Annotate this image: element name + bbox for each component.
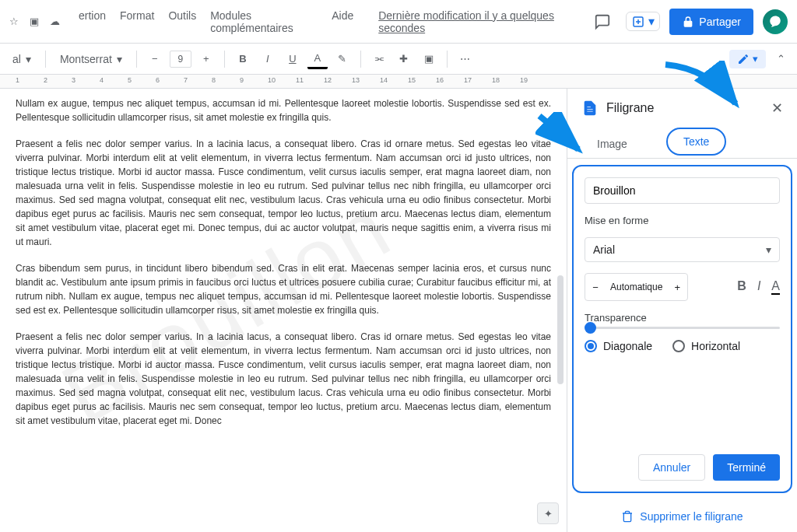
last-edit-link[interactable]: Dernière modification il y a quelques se…	[378, 9, 588, 34]
avatar[interactable]	[763, 9, 788, 34]
share-button[interactable]: Partager	[669, 9, 753, 35]
delete-label: Supprimer le filigrane	[640, 510, 743, 523]
size-value[interactable]: Automatique	[606, 282, 667, 292]
caret-down-icon: ▾	[117, 53, 122, 65]
paragraph[interactable]: Cras bibendum sem purus, in tincidunt li…	[16, 261, 551, 317]
font-family-select[interactable]: Arial ▾	[585, 237, 780, 262]
bold-button[interactable]: B	[233, 49, 253, 69]
image-button[interactable]: ▣	[419, 49, 439, 69]
caret-down-icon: ▾	[753, 53, 758, 65]
size-row: − Automatique + B I A	[585, 273, 780, 301]
underline-button[interactable]: U	[283, 49, 303, 69]
delete-watermark-link[interactable]: Supprimer le filigrane	[567, 501, 797, 532]
page-content[interactable]: Nullam ex augue, tempus nec aliquet temp…	[16, 89, 551, 448]
separator	[360, 51, 361, 68]
ruler-tick: 8	[212, 76, 216, 84]
tab-texte[interactable]: Texte	[666, 128, 726, 156]
watermark-text-input[interactable]	[585, 177, 780, 204]
move-icon[interactable]: ▣	[30, 16, 39, 27]
toolbar: al▾ Montserrat▾ − 9 + B I U A ✎ ⫘ ✚ ▣ ⋯ …	[0, 44, 797, 75]
edit-mode-button[interactable]: ▾	[729, 50, 766, 68]
diag-label: Diagonale	[603, 340, 652, 352]
sidebar-header: Filigrane ✕	[567, 89, 797, 128]
menu-format[interactable]: Format	[120, 9, 154, 34]
caret-down-icon: ▾	[648, 14, 655, 29]
toolbar-right: ▾ ⌃	[729, 49, 791, 69]
text-color-button[interactable]: A	[307, 49, 328, 69]
present-button[interactable]: ▾	[626, 12, 660, 31]
link-button[interactable]: ⫘	[369, 49, 389, 69]
tab-image[interactable]: Image	[581, 128, 643, 158]
italic-icon[interactable]: I	[757, 279, 760, 295]
size-decrease-button[interactable]: −	[585, 274, 606, 300]
ruler-tick: 17	[464, 76, 472, 84]
style-select[interactable]: al▾	[6, 50, 37, 68]
scrollbar-thumb[interactable]	[557, 275, 564, 384]
separator	[447, 51, 448, 68]
close-icon[interactable]: ✕	[771, 100, 783, 117]
document-icon	[581, 100, 599, 117]
trash-icon	[621, 510, 634, 523]
cloud-icon[interactable]: ☁	[50, 16, 60, 27]
slider-thumb[interactable]	[585, 322, 596, 334]
menu-insertion[interactable]: ertion	[79, 9, 106, 34]
button-row: Annuler Terminé	[585, 439, 780, 481]
ruler-tick: 4	[100, 76, 104, 84]
star-icon[interactable]: ☆	[9, 16, 19, 27]
radio-horizontal[interactable]: Horizontal	[672, 340, 740, 352]
ruler[interactable]: 12345678910111213141516171819	[0, 75, 797, 89]
size-increase-button[interactable]: +	[667, 274, 687, 300]
increase-font-button[interactable]: +	[196, 49, 216, 69]
font-select[interactable]: Montserrat▾	[54, 50, 128, 68]
radio-icon	[672, 340, 685, 352]
ruler-tick: 15	[408, 76, 416, 84]
ruler-tick: 10	[268, 76, 276, 84]
decrease-font-button[interactable]: −	[145, 49, 165, 69]
size-stepper: − Automatique +	[585, 273, 688, 301]
share-label: Partager	[699, 16, 741, 28]
transparency-label: Transparence	[585, 312, 780, 324]
menu-tools[interactable]: Outils	[168, 9, 196, 34]
sidebar-title: Filigrane	[606, 101, 654, 115]
menu-addons[interactable]: Modules complémentaires	[210, 9, 318, 34]
comment-button[interactable]: ✚	[394, 49, 414, 69]
more-button[interactable]: ⋯	[455, 49, 476, 69]
ruler-tick: 18	[492, 76, 500, 84]
sidebar-panel: Mise en forme Arial ▾ − Automatique + B …	[572, 165, 792, 493]
ruler-tick: 13	[352, 76, 360, 84]
scrollbar[interactable]	[557, 89, 565, 532]
topbar-left: ☆ ▣ ☁ ertion Format Outils Modules compl…	[9, 9, 588, 34]
highlight-button[interactable]: ✎	[332, 49, 353, 69]
done-button[interactable]: Terminé	[713, 454, 780, 481]
ruler-tick: 1	[16, 76, 19, 84]
document-area[interactable]: Brouillon Nullam ex augue, tempus nec al…	[0, 89, 567, 532]
format-section-label: Mise en forme	[585, 215, 780, 226]
paragraph[interactable]: Nullam ex augue, tempus nec aliquet temp…	[16, 96, 551, 124]
cancel-button[interactable]: Annuler	[638, 454, 705, 481]
topbar: ☆ ▣ ☁ ertion Format Outils Modules compl…	[0, 0, 797, 44]
ruler-tick: 16	[436, 76, 444, 84]
transparency-slider[interactable]	[585, 327, 780, 329]
horiz-label: Horizontal	[691, 340, 740, 352]
sidebar-toggle-button[interactable]: ⌃	[771, 49, 791, 69]
filigrane-sidebar: Filigrane ✕ Image Texte Mise en forme Ar…	[567, 89, 797, 532]
comment-history-icon[interactable]	[588, 8, 616, 36]
paragraph[interactable]: Praesent a felis nec dolor semper varius…	[16, 330, 551, 428]
text-color-icon[interactable]: A	[771, 279, 780, 295]
ruler-tick: 19	[520, 76, 528, 84]
bold-icon[interactable]: B	[737, 279, 746, 295]
radio-icon	[585, 340, 597, 352]
menu-help[interactable]: Aide	[332, 9, 353, 34]
italic-button[interactable]: I	[258, 49, 278, 69]
separator	[45, 51, 46, 68]
font-size-input[interactable]: 9	[170, 51, 191, 68]
format-icons: B I A	[737, 279, 780, 295]
main: Brouillon Nullam ex augue, tempus nec al…	[0, 89, 797, 532]
paragraph[interactable]: Praesent a felis nec dolor semper varius…	[16, 137, 551, 249]
radio-diagonale[interactable]: Diagonale	[585, 340, 652, 352]
ruler-tick: 14	[380, 76, 388, 84]
explore-button[interactable]: ✦	[537, 502, 559, 524]
caret-down-icon: ▾	[766, 243, 771, 256]
ruler-tick: 11	[296, 76, 304, 84]
menubar: ertion Format Outils Modules complémenta…	[79, 9, 353, 34]
